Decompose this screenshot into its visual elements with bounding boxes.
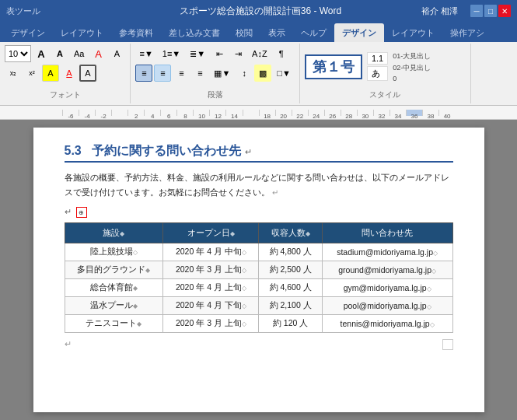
paragraph-section-label: 段落 [208,88,223,102]
show-marks-button[interactable]: ¶ [273,45,290,62]
ruler-mark: 26 [324,110,341,116]
cell-email-1: stadium@midoriyama.lg.jp◇ [322,243,452,261]
sort-button[interactable]: A↕Z [248,45,271,62]
style-section-label: スタイル [369,88,400,102]
clear-format-button[interactable]: A [108,45,125,62]
cell-capacity-1: 約 4,800 人 [259,243,322,261]
subscript-button[interactable]: x₂ [5,65,22,82]
section-title: 予約に関する問い合わせ先 [92,144,241,157]
tab-view[interactable]: 表示 [260,23,293,42]
justify-button[interactable]: ≡ [191,65,208,82]
table-row: 陸上競技場◇ 2020 年 4 月 中旬◇ 約 4,800 人 stadium@… [65,243,452,261]
font-shrink-button[interactable]: A [51,45,68,62]
ruler: -6 -4 -2 2 4 6 8 10 12 14 18 20 22 24 26… [0,106,517,120]
cell-email-3: gym@midoriyama.lg.jp◇ [322,279,452,297]
restore-button[interactable]: □ [484,5,497,17]
table-header-row: 施設◆ オープン日◆ 収容人数◆ 問い合わせ先 [65,223,452,243]
border-button[interactable]: A [79,65,96,82]
tool-label: 表ツール [6,5,40,17]
tab-review[interactable]: 校閲 [228,23,260,42]
paragraph-section: ≡▼ 1≡▼ ≣▼ ⇤ ⇥ A↕Z ¶ ≡ ≡ ≡ ≡ ▦▼ ↕ ▩ □▼ 段落 [131,44,299,103]
cell-capacity-2: 約 2,500 人 [259,261,322,279]
tab-assist[interactable]: 操作アシ [442,23,492,42]
columns-button[interactable]: ▦▼ [210,65,234,82]
paragraph-controls: ≡▼ 1≡▼ ≣▼ ⇤ ⇥ A↕Z ¶ ≡ ≡ ≡ ≡ ▦▼ ↕ ▩ □▼ [135,45,294,88]
ruler-mark: 12 [209,110,225,116]
window-title: スポーツ総合施設の開設計画36 - Word [100,5,421,18]
col-capacity: 収容人数◆ [259,223,322,243]
table-row: 温水プール◆ 2020 年 4 月 下旬◇ 約 2,100 人 pool@mid… [65,297,452,315]
cell-facility-4: 温水プール◆ [65,297,163,315]
ribbon: 101112 A A Aa A A x₂ x² A A A フォント ≡▼ 1≡… [0,42,517,106]
tab-mailings[interactable]: 差し込み文書 [161,23,228,42]
cell-date-1: 2020 年 4 月 中旬◇ [163,243,259,261]
close-button[interactable]: ✕ [498,5,511,17]
font-color-button[interactable]: A [89,45,107,62]
style-options: 1.1 あ [367,52,388,81]
style-label-3: 0 [393,75,431,82]
ruler-mark: 10 [193,110,209,116]
style-big-text: 第１号 [313,58,355,76]
align-right-button[interactable]: ≡ [173,65,190,82]
ruler-mark [111,110,128,116]
tab-layout2[interactable]: レイアウト [384,23,442,42]
font-color2-button[interactable]: A [61,65,78,82]
move-icon: ⊕ [78,208,86,216]
table-head: 施設◆ オープン日◆ 収容人数◆ 問い合わせ先 [65,223,452,243]
shading-button[interactable]: ▩ [254,65,271,82]
col-open-date: オープン日◆ [163,223,259,243]
align-center-button[interactable]: ≡ [154,65,171,82]
cell-facility-5: テニスコート◆ [65,315,163,333]
numbered-list-button[interactable]: 1≡▼ [159,45,184,62]
increase-indent-button[interactable]: ⇥ [229,45,246,62]
table-body: 陸上競技場◇ 2020 年 4 月 中旬◇ 約 4,800 人 stadium@… [65,243,452,333]
svg-text:⊕: ⊕ [79,209,84,216]
cell-email-4: pool@midoriyama.lg.jp◇ [322,297,452,315]
tab-references[interactable]: 参考資料 [111,23,161,42]
table-wrapper: 施設◆ オープン日◆ 収容人数◆ 問い合わせ先 陸上競技場◇ 2020 年 4 … [65,222,453,333]
tab-design1[interactable]: デザイン [3,23,53,42]
font-grow-button[interactable]: A [33,45,50,62]
ruler-mark: 34 [389,110,406,116]
font-section: 101112 A A Aa A A x₂ x² A A A フォント [0,44,131,103]
ruler-mark: 40 [438,110,455,116]
style-a[interactable]: あ [367,66,388,81]
tab-layout1[interactable]: レイアウト [53,23,111,42]
border-format-button[interactable]: □▼ [273,65,295,82]
ruler-mark [243,110,259,116]
highlight-button[interactable]: A [42,65,59,82]
cell-facility-2: 多目的グラウンド◆ [65,261,163,279]
style-label-2: 02-中見出し [393,63,431,73]
ruler-mark: -6 [62,110,79,116]
style-label-1: 01-大見出し [393,51,431,61]
facilities-table: 施設◆ オープン日◆ 収容人数◆ 問い合わせ先 陸上競技場◇ 2020 年 4 … [65,222,453,333]
font-size-select[interactable]: 101112 [5,45,31,62]
body-paragraph: 各施設の概要、予約方法、料金、施設の利用ルールなどに関する問い合わせは、以下のメ… [65,170,453,199]
heading1-style[interactable]: 第１号 [305,54,362,79]
title-bar: 表ツール スポーツ総合施設の開設計画36 - Word 裕介 相澤 ─ □ ✕ [0,0,517,22]
ruler-mark: 18 [259,110,275,116]
table-move-handle[interactable]: ⊕ [76,207,87,218]
line-spacing-button[interactable]: ↕ [236,65,253,82]
change-case-button[interactable]: Aa [70,45,88,62]
ruler-mark: 32 [373,110,389,116]
cell-date-5: 2020 年 3 月 上旬◇ [163,315,259,333]
cell-email-2: ground@midoriyama.lg.jp◇ [322,261,452,279]
font-section-label: フォント [50,88,81,102]
table-row: 総合体育館◆ 2020 年 4 月 上旬◇ 約 4,600 人 gym@mido… [65,279,452,297]
bullet-list-button[interactable]: ≡▼ [135,45,156,62]
section-heading: 5.3 予約に関する問い合わせ先 ↵ [65,143,453,163]
style-1-1[interactable]: 1.1 [367,52,388,65]
superscript-button[interactable]: x² [23,65,40,82]
tab-design2[interactable]: デザイン [334,23,384,42]
user-label: 裕介 相澤 [421,5,458,17]
minimize-button[interactable]: ─ [470,5,483,17]
decrease-indent-button[interactable]: ⇤ [211,45,228,62]
ribbon-tabs: デザイン レイアウト 参考資料 差し込み文書 校閲 表示 ヘルプ デザイン レイ… [0,22,517,42]
scroll-indicator [442,339,453,350]
title-bar-right: 裕介 相澤 ─ □ ✕ [421,5,511,17]
multilevel-list-button[interactable]: ≣▼ [186,45,209,62]
ruler-mark: -2 [95,110,111,116]
tab-help[interactable]: ヘルプ [293,23,334,42]
align-left-button[interactable]: ≡ [135,65,152,82]
